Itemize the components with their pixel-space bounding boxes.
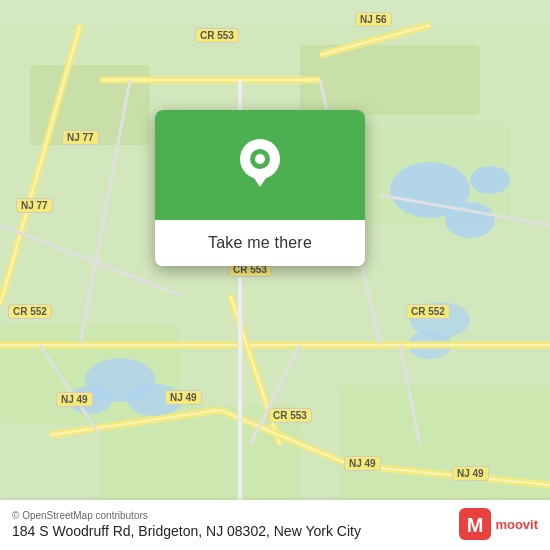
road-label-cr552-right: CR 552: [406, 304, 450, 319]
popup-button-area[interactable]: Take me there: [155, 220, 365, 266]
moovit-text-label: moovit: [495, 517, 538, 532]
address-text: 184 S Woodruff Rd, Bridgeton, NJ 08302, …: [12, 523, 361, 539]
moovit-logo-icon: M: [459, 508, 491, 540]
map-container: CR 553 NJ 56 NJ 77 NJ 77 CR 552 CR 552 C…: [0, 0, 550, 550]
svg-text:M: M: [467, 514, 484, 536]
road-label-nj77-left: NJ 77: [16, 198, 53, 213]
popup-card: Take me there: [155, 110, 365, 266]
road-label-nj49-mid: NJ 49: [165, 390, 202, 405]
popup-map-area: [155, 110, 365, 220]
pin-icon: [238, 139, 282, 191]
moovit-logo[interactable]: M moovit: [459, 508, 538, 540]
road-label-nj49-left: NJ 49: [56, 392, 93, 407]
bottom-bar: © OpenStreetMap contributors 184 S Woodr…: [0, 500, 550, 550]
road-label-cr553-bot: CR 553: [268, 408, 312, 423]
svg-point-44: [255, 154, 265, 164]
road-label-nj77-mid: NJ 77: [62, 130, 99, 145]
road-label-nj56: NJ 56: [355, 12, 392, 27]
osm-credit: © OpenStreetMap contributors: [12, 510, 361, 521]
road-label-cr552-left: CR 552: [8, 304, 52, 319]
road-label-cr553-top: CR 553: [195, 28, 239, 43]
bottom-left: © OpenStreetMap contributors 184 S Woodr…: [12, 510, 361, 539]
location-pin: [238, 139, 282, 191]
svg-marker-43: [248, 169, 272, 187]
road-label-nj49-right: NJ 49: [344, 456, 381, 471]
road-label-nj49-far: NJ 49: [452, 466, 489, 481]
take-me-there-button[interactable]: Take me there: [208, 234, 312, 252]
svg-point-10: [470, 166, 510, 194]
